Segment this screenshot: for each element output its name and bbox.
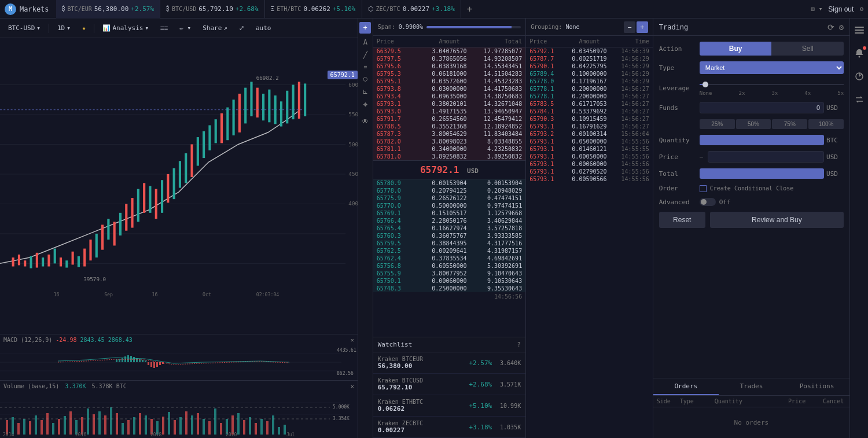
fullscreen-button[interactable]: ⤢	[236, 23, 248, 33]
funds-input[interactable]	[700, 102, 824, 113]
funds-currency: USD	[826, 104, 844, 112]
tab-change: +2.68%	[236, 5, 259, 13]
wl-change: +2.68%	[463, 381, 492, 388]
chevron-down-icon: ▾	[67, 24, 71, 32]
orders-tab-orders[interactable]: Orders	[653, 378, 719, 395]
sidebar-icon-menu[interactable]	[852, 23, 866, 37]
price-input[interactable]	[708, 151, 824, 163]
sell-button[interactable]: Sell	[771, 42, 844, 56]
pct-100-button[interactable]: 100%	[808, 119, 844, 129]
refresh-icon[interactable]: ⟳	[827, 23, 834, 32]
tab-btceur[interactable]: ₿ BTC/EUR 56,380.00 +2.57%	[56, 0, 161, 19]
tab-zecbtc[interactable]: ⬡ ZEC/BTC 0.00227 +3.18%	[362, 0, 461, 19]
sidebar-icon-chart[interactable]	[852, 69, 866, 83]
type-dropdown[interactable]: Market Limit Stop	[700, 61, 844, 74]
trade-row: 65793.10.1679162914:56:27	[526, 123, 653, 130]
timeframe-selector[interactable]: 1D ▾	[54, 23, 74, 33]
drawing-toolbar: + A ╱ ≡ ○ ⊾ ✥ 👁	[358, 19, 373, 438]
svg-rect-26	[95, 234, 98, 257]
ob-bid-row: 65762.50.002096414.31987157	[373, 247, 525, 255]
leverage-slider-wrap	[700, 80, 844, 89]
volume-close-button[interactable]: ✕	[351, 383, 354, 389]
pct-50-button[interactable]: 50%	[736, 119, 771, 129]
ob-bid-row: 65780.90.001539040.00153904	[373, 179, 525, 187]
eye-tool[interactable]: 👁	[362, 117, 369, 126]
span-slider[interactable]	[426, 26, 521, 28]
circle-tool[interactable]: ○	[363, 75, 367, 83]
analysis-button[interactable]: 📊 Analysis ▾	[99, 23, 152, 33]
qty-input[interactable]	[700, 135, 824, 145]
tab-ethbtc[interactable]: Ξ ETH/BTC 0.06262 +5.10%	[265, 0, 362, 19]
leverage-thumb	[703, 82, 708, 87]
toggle-track[interactable]	[700, 198, 716, 206]
settings-icon[interactable]: ⚙	[859, 5, 863, 13]
orders-cancel-header: Cancel	[823, 398, 846, 404]
orders-tab-positions[interactable]: Positions	[784, 378, 849, 395]
svg-rect-142	[284, 425, 286, 435]
pair-selector[interactable]: BTC-USD ▾	[5, 23, 44, 33]
ob-asks[interactable]: 66379.53.0407657017.97285077 65797.50.37…	[373, 47, 525, 337]
review-buy-button[interactable]: Review and Buy	[710, 212, 844, 228]
svg-rect-30	[119, 213, 122, 235]
indicator-button[interactable]: ≡≡	[157, 23, 171, 33]
grouping-minus-button[interactable]: −	[624, 21, 635, 33]
add-chart-button[interactable]: +	[359, 22, 371, 34]
wl-change: +3.18%	[463, 424, 492, 431]
orders-tab-trades[interactable]: Trades	[719, 378, 784, 395]
conditional-checkbox[interactable]	[700, 185, 707, 192]
trade-row: 65793.10.0006000014:55:56	[526, 160, 653, 168]
multiline-tool[interactable]: ≡	[363, 64, 367, 70]
settings-icon[interactable]: ⚙	[839, 23, 844, 32]
macd-close-button[interactable]: ✕	[351, 337, 354, 343]
orders-tabs: Orders Trades Positions	[653, 378, 849, 396]
svg-rect-123	[174, 420, 176, 435]
advanced-toggle: Off	[700, 198, 844, 206]
pct-25-button[interactable]: 25%	[700, 119, 735, 129]
draw-button[interactable]: ✏ ▾	[176, 23, 194, 33]
tab-btcusd[interactable]: ₿ BTC/USD 65,792.10 +2.68%	[160, 0, 265, 19]
favorite-button[interactable]: ★	[79, 23, 90, 33]
share-button[interactable]: Share ↗	[199, 23, 231, 33]
svg-rect-47	[220, 113, 223, 143]
reset-button[interactable]: Reset	[659, 212, 705, 228]
svg-rect-52	[250, 82, 252, 116]
ob-ask-row: 65793.01.4917153513.94650947	[373, 108, 525, 115]
pct-75-button[interactable]: 75%	[772, 119, 807, 129]
advanced-label: Advanced	[659, 198, 700, 206]
line-tool[interactable]: ╱	[363, 51, 367, 59]
trades-list[interactable]: 65792.10.0345097014:56:39 65787.70.00251…	[526, 47, 653, 438]
watchlist-item-btcusd[interactable]: Kraken BTCUSD 65,792.10 +2.68% 3.571K	[373, 374, 525, 395]
auto-button[interactable]: auto	[252, 23, 275, 33]
volume-label: Volume (base,15) 3.370K 5.378K BTC	[3, 383, 127, 389]
qty-row: Quantity BTC	[659, 135, 844, 145]
total-input[interactable]	[700, 168, 824, 179]
watchlist-item-btceur[interactable]: Kraken BTCEUR 56,380.00 +2.57% 3.640K	[373, 352, 525, 374]
ob-col-headers: Price Amount Total	[373, 36, 525, 47]
tab-price: 0.00227	[403, 5, 429, 13]
buy-button[interactable]: Buy	[700, 42, 772, 56]
svg-text:862.56: 862.56	[337, 371, 354, 376]
svg-text:2014: 2014	[3, 432, 14, 437]
text-tool[interactable]: A	[363, 38, 367, 46]
watchlist-help[interactable]: ?	[517, 341, 521, 348]
tab-price: 0.06262	[303, 5, 330, 13]
grid-icon[interactable]: ⊞ ▾	[811, 5, 822, 13]
signout-button[interactable]: Sign out	[828, 5, 854, 13]
leverage-slider[interactable]: None 2x 3x 4x 5x	[700, 80, 844, 96]
sidebar-icon-exchange[interactable]	[852, 93, 866, 106]
separator	[49, 24, 49, 33]
svg-rect-27	[101, 224, 104, 249]
notification-dot	[863, 46, 866, 50]
watchlist-item-ethbtc[interactable]: Kraken ETHBTC 0.06262 +5.10% 10.99K	[373, 395, 525, 417]
trade-row: 65793.10.0500000014:55:56	[526, 138, 653, 145]
sidebar-icon-bell[interactable]	[852, 46, 866, 60]
watchlist-item-zecbtc[interactable]: Kraken ZECBTC 0.00227 +3.18% 1.035K	[373, 417, 525, 438]
add-tab-button[interactable]: +	[461, 3, 479, 14]
grouping-plus-button[interactable]: +	[637, 21, 648, 33]
svg-rect-112	[110, 407, 112, 435]
drag-tool[interactable]: ✥	[363, 100, 367, 108]
measure-tool[interactable]: ⊾	[362, 87, 368, 95]
svg-rect-43	[197, 137, 199, 165]
total-input-wrap: USD	[700, 168, 844, 179]
order-label: Order	[659, 185, 700, 192]
